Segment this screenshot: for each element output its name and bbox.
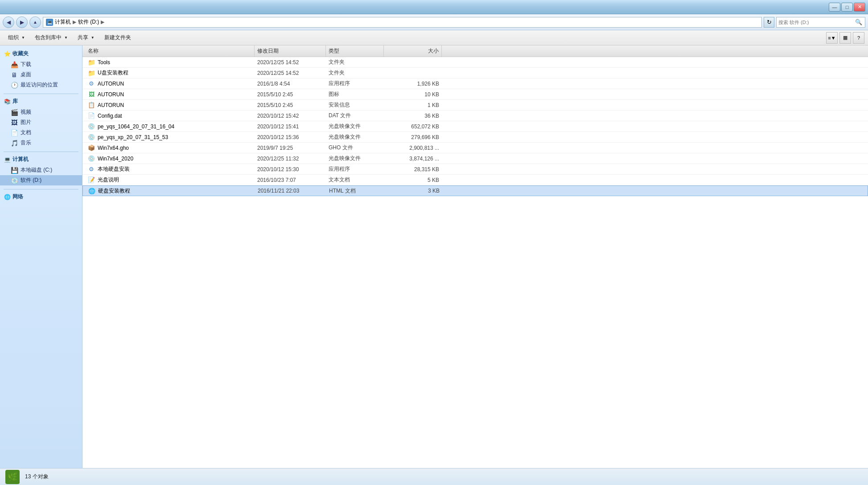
col-header-name[interactable]: 名称 — [85, 45, 255, 57]
sidebar-local-d-label: 软件 (D:) — [21, 177, 41, 184]
table-row[interactable]: 📦 Win7x64.gho 2019/9/7 19:25 GHO 文件 2,90… — [82, 143, 868, 153]
path-sep2: ▶ — [101, 19, 104, 25]
music-icon: 🎵 — [11, 140, 18, 147]
table-row[interactable]: 📋 AUTORUN 2015/5/10 2:45 安装信息 1 KB — [82, 100, 868, 111]
sidebar-sep-3 — [4, 189, 78, 189]
new-folder-label: 新建文件夹 — [104, 34, 131, 41]
sidebar-item-docs[interactable]: 📄 文档 — [0, 127, 82, 138]
sidebar-header-computer[interactable]: 💻 计算机 — [0, 154, 82, 165]
new-folder-button[interactable]: 新建文件夹 — [100, 32, 136, 44]
table-row[interactable]: 💿 pe_yqs_1064_20_07_31_16_04 2020/10/12 … — [82, 121, 868, 132]
sidebar-section-network: 🌐 网络 — [0, 191, 82, 202]
video-icon: 🎬 — [11, 109, 18, 116]
view-large-button[interactable]: ▦ — [839, 32, 851, 44]
view-dropdown-button[interactable]: ≡▼ — [826, 32, 838, 44]
file-size-cell: 10 KB — [384, 91, 442, 98]
drive-d-icon: 💿 — [11, 177, 18, 184]
folder-file-icon: 📁 — [88, 59, 95, 66]
include-library-label: 包含到库中 — [35, 34, 62, 41]
statusbar-object-count: 13 个对象 — [25, 473, 49, 481]
library-icon: 📚 — [4, 98, 11, 105]
file-size-cell: 2,900,813 ... — [384, 145, 442, 151]
file-name-cell: 📦 Win7x64.gho — [85, 144, 255, 152]
back-button[interactable]: ◀ — [3, 16, 14, 28]
table-row[interactable]: 📝 光盘说明 2016/10/23 7:07 文本文档 5 KB — [82, 175, 868, 185]
file-name-label: Tools — [98, 59, 110, 66]
sidebar-item-recent[interactable]: 🕐 最近访问的位置 — [0, 80, 82, 90]
close-button[interactable]: ✕ — [854, 3, 865, 12]
file-type-cell: 光盘映像文件 — [326, 123, 384, 130]
forward-button[interactable]: ▶ — [16, 16, 28, 28]
file-type-cell: 图标 — [326, 90, 384, 98]
minimize-button[interactable]: — — [829, 3, 840, 12]
txt-file-icon: 📝 — [88, 177, 95, 184]
file-date-cell: 2015/5/10 2:45 — [255, 91, 326, 98]
file-name-label: U盘安装教程 — [98, 69, 128, 77]
sidebar-header-library[interactable]: 📚 库 — [0, 96, 82, 107]
docs-icon: 📄 — [11, 129, 18, 136]
sidebar-item-downloads[interactable]: 📥 下载 — [0, 59, 82, 70]
help-button[interactable]: ? — [853, 32, 864, 44]
share-label: 共享 — [78, 34, 88, 41]
titlebar-buttons: — □ ✕ — [829, 3, 865, 12]
maximize-button[interactable]: □ — [841, 3, 853, 12]
table-row[interactable]: 🌐 硬盘安装教程 2016/11/21 22:03 HTML 文档 3 KB — [82, 185, 868, 196]
include-library-button[interactable]: 包含到库中 ▼ — [30, 32, 72, 44]
file-type-cell: 文件夹 — [326, 58, 384, 66]
table-row[interactable]: 🖼 AUTORUN 2015/5/10 2:45 图标 10 KB — [82, 89, 868, 100]
titlebar: — □ ✕ — [0, 0, 868, 14]
table-row[interactable]: 📁 U盘安装教程 2020/12/25 14:52 文件夹 — [82, 68, 868, 78]
file-name-label: pe_yqs_xp_20_07_31_15_53 — [98, 134, 168, 140]
sidebar-item-desktop[interactable]: 🖥 桌面 — [0, 70, 82, 80]
sidebar-item-images[interactable]: 🖼 图片 — [0, 117, 82, 127]
file-date-cell: 2020/12/25 14:52 — [255, 59, 326, 66]
file-size-cell: 5 KB — [384, 177, 442, 183]
organize-button[interactable]: 组织 ▼ — [4, 32, 29, 44]
sidebar-docs-label: 文档 — [21, 129, 31, 136]
sidebar-header-favorites[interactable]: ⭐ 收藏夹 — [0, 48, 82, 59]
sidebar-item-local-d[interactable]: 💿 软件 (D:) — [0, 175, 82, 185]
search-icon[interactable]: 🔍 — [854, 18, 863, 27]
table-row[interactable]: 💿 Win7x64_2020 2020/12/25 11:32 光盘映像文件 3… — [82, 153, 868, 164]
sidebar-music-label: 音乐 — [21, 139, 31, 147]
table-row[interactable]: ⚙ 本地硬盘安装 2020/10/12 15:30 应用程序 28,315 KB — [82, 164, 868, 175]
file-date-cell: 2020/10/12 15:36 — [255, 134, 326, 140]
table-row[interactable]: 💿 pe_yqs_xp_20_07_31_15_53 2020/10/12 15… — [82, 132, 868, 143]
path-computer-icon: 💻 — [46, 19, 53, 26]
file-type-cell: 文本文档 — [326, 176, 384, 184]
refresh-button[interactable]: ↻ — [764, 17, 774, 28]
file-name-cell: 📝 光盘说明 — [85, 176, 255, 184]
toolbar: 组织 ▼ 包含到库中 ▼ 共享 ▼ 新建文件夹 ≡▼ ▦ ? — [0, 30, 868, 45]
file-name-cell: ⚙ AUTORUN — [85, 80, 255, 87]
col-header-size[interactable]: 大小 — [384, 45, 442, 57]
iso-file-icon: 💿 — [88, 123, 95, 130]
share-button[interactable]: 共享 ▼ — [73, 32, 99, 44]
table-row[interactable]: ⚙ AUTORUN 2016/1/8 4:54 应用程序 1,926 KB — [82, 78, 868, 89]
file-type-cell: 应用程序 — [326, 165, 384, 173]
network-icon: 🌐 — [4, 193, 11, 201]
sidebar-item-local-c[interactable]: 💾 本地磁盘 (C:) — [0, 165, 82, 175]
up-button[interactable]: ▲ — [29, 16, 41, 28]
sidebar-item-video[interactable]: 🎬 视频 — [0, 107, 82, 117]
file-date-cell: 2020/12/25 14:52 — [255, 70, 326, 76]
file-type-cell: 安装信息 — [326, 101, 384, 109]
file-type-cell: DAT 文件 — [326, 112, 384, 119]
file-type-cell: 文件夹 — [326, 69, 384, 77]
col-header-modified[interactable]: 修改日期 — [255, 45, 326, 57]
sidebar-item-music[interactable]: 🎵 音乐 — [0, 138, 82, 148]
sidebar-section-favorites: ⭐ 收藏夹 📥 下载 🖥 桌面 🕐 最近访问的位置 — [0, 48, 82, 90]
search-bar[interactable]: 🔍 — [776, 17, 865, 28]
table-row[interactable]: 📁 Tools 2020/12/25 14:52 文件夹 — [82, 57, 868, 68]
col-header-type[interactable]: 类型 — [326, 45, 384, 57]
address-path[interactable]: 💻 计算机 ▶ 软件 (D:) ▶ — [43, 17, 762, 28]
sidebar-computer-label: 计算机 — [12, 156, 29, 163]
sidebar-header-network[interactable]: 🌐 网络 — [0, 191, 82, 202]
table-row[interactable]: 📄 Config.dat 2020/10/12 15:42 DAT 文件 36 … — [82, 111, 868, 121]
organize-label: 组织 — [8, 34, 19, 41]
search-input[interactable] — [778, 20, 854, 25]
sidebar-downloads-label: 下载 — [21, 61, 31, 68]
html-file-icon: 🌐 — [88, 187, 95, 194]
file-date-cell: 2020/12/25 11:32 — [255, 156, 326, 162]
statusbar-app-icon: 🌿 — [5, 470, 20, 484]
gho-file-icon: 📦 — [88, 144, 95, 152]
